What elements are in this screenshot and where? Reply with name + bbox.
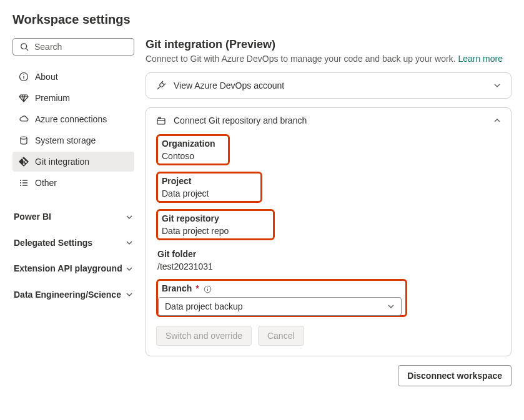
chevron-up-icon (493, 117, 501, 124)
chevron-down-icon (126, 265, 133, 273)
section-desc-text: Connect to Git with Azure DevOps to mana… (146, 54, 458, 64)
card-azure-account: View Azure DevOps account (146, 72, 512, 99)
section-title: Git integration (Preview) (146, 38, 512, 51)
field-project: Project Data project (156, 172, 501, 203)
footer-actions: Disconnect workspace (146, 365, 512, 386)
field-branch: Branch * Data project backup (156, 279, 501, 317)
group-label: Extension API playground (14, 263, 122, 275)
nav-label: System storage (35, 135, 96, 145)
info-icon[interactable] (204, 285, 212, 293)
svg-point-10 (20, 185, 21, 186)
svg-point-4 (23, 74, 24, 75)
field-repo: Git repository Data project repo (156, 209, 501, 240)
card-title: View Azure DevOps account (174, 81, 284, 90)
git-icon (19, 157, 29, 167)
folder-label: Git folder (157, 249, 500, 259)
chevron-down-icon (126, 213, 133, 221)
cancel-button[interactable]: Cancel (258, 326, 304, 346)
org-value: Contoso (162, 151, 224, 161)
required-asterisk: * (195, 283, 199, 293)
diamond-icon (19, 93, 29, 103)
chevron-down-icon (126, 291, 133, 298)
group-label: Data Engineering/Science (14, 290, 121, 301)
group-label: Delegated Settings (14, 238, 92, 249)
disconnect-workspace-button[interactable]: Disconnect workspace (398, 365, 512, 386)
chevron-down-icon (126, 239, 133, 247)
project-value: Data project (162, 188, 257, 198)
button-row: Switch and override Cancel (156, 326, 501, 346)
chevron-down-icon (493, 82, 501, 89)
svg-point-0 (21, 44, 27, 49)
card-connect-repo: Connect Git repository and branch Organi… (146, 107, 512, 356)
plug-icon (156, 81, 166, 90)
branch-select[interactable]: Data project backup (158, 297, 402, 316)
field-folder: Git folder /test20231031 (156, 245, 501, 275)
info-icon (19, 72, 29, 82)
page-title: Workspace settings (12, 12, 512, 27)
svg-point-8 (20, 182, 21, 183)
svg-line-1 (26, 49, 29, 51)
card-body-connect: Organization Contoso Project Data projec… (146, 133, 511, 356)
svg-rect-15 (159, 117, 161, 119)
field-organization: Organization Contoso (156, 134, 501, 165)
search-icon (19, 42, 29, 52)
nav-label: About (35, 72, 58, 82)
nav-label: Azure connections (35, 114, 107, 124)
nav-item-azure-connections[interactable]: Azure connections (12, 109, 134, 129)
branch-label: Branch (162, 283, 192, 293)
search-box[interactable] (12, 38, 134, 56)
svg-rect-14 (157, 119, 165, 124)
card-header-connect[interactable]: Connect Git repository and branch (146, 108, 511, 133)
svg-point-19 (207, 287, 208, 288)
card-header-account[interactable]: View Azure DevOps account (146, 73, 511, 98)
svg-line-12 (162, 81, 164, 82)
nav-list: About Premium Azure connections System s… (12, 67, 134, 193)
chevron-down-icon (387, 303, 395, 310)
svg-point-6 (20, 180, 21, 181)
nav-item-premium[interactable]: Premium (12, 88, 134, 108)
group-extension-api[interactable]: Extension API playground (12, 258, 134, 280)
group-data-engineering[interactable]: Data Engineering/Science (12, 285, 134, 306)
nav-item-git-integration[interactable]: Git integration (12, 152, 134, 172)
repo-icon (156, 115, 166, 125)
storage-icon (19, 135, 29, 145)
nav-item-system-storage[interactable]: System storage (12, 130, 134, 150)
main-content: Git integration (Preview) Connect to Git… (146, 38, 512, 386)
branch-value: Data project backup (165, 301, 243, 311)
nav-item-other[interactable]: Other (12, 173, 134, 193)
nav-label: Git integration (35, 157, 89, 167)
search-input[interactable] (34, 42, 144, 52)
card-title: Connect Git repository and branch (174, 115, 307, 125)
group-power-bi[interactable]: Power BI (12, 207, 134, 228)
group-label: Power BI (14, 212, 51, 223)
list-icon (19, 178, 29, 188)
org-label: Organization (162, 139, 224, 149)
section-desc: Connect to Git with Azure DevOps to mana… (146, 54, 512, 64)
project-label: Project (162, 176, 257, 186)
sidebar: About Premium Azure connections System s… (12, 38, 134, 386)
switch-override-button[interactable]: Switch and override (156, 326, 252, 346)
folder-value: /test20231031 (157, 261, 500, 271)
learn-more-link[interactable]: Learn more (458, 54, 503, 64)
nav-label: Other (35, 178, 57, 188)
repo-value: Data project repo (162, 226, 269, 236)
cloud-icon (19, 114, 29, 124)
svg-point-5 (21, 137, 27, 139)
nav-item-about[interactable]: About (12, 67, 134, 87)
nav-label: Premium (35, 93, 70, 103)
group-delegated-settings[interactable]: Delegated Settings (12, 233, 134, 254)
svg-line-13 (165, 84, 166, 85)
repo-label: Git repository (162, 213, 269, 223)
